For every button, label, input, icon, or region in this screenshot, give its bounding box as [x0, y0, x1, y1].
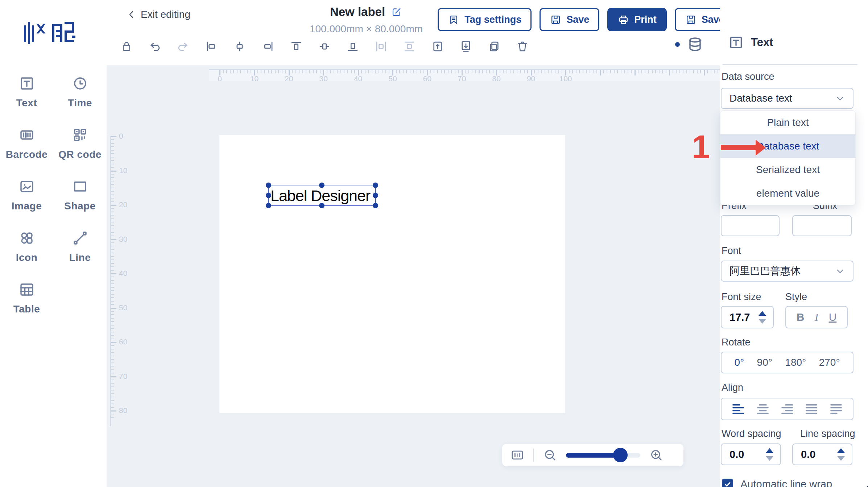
ruler-vertical: 01020304050607080: [110, 136, 132, 426]
data-source-select[interactable]: Database text: [721, 88, 853, 109]
font-size-stepper[interactable]: 17.7: [721, 306, 774, 328]
sidebar-item-shape[interactable]: Shape: [58, 178, 102, 212]
line-spacing-value: 0.0: [801, 449, 815, 461]
chevron-left-icon: [126, 9, 137, 20]
font-size-value: 17.7: [729, 311, 750, 323]
align-right-icon: [780, 401, 795, 417]
delete-button[interactable]: [516, 38, 529, 54]
send-to-back-button[interactable]: [459, 38, 473, 54]
divider: [723, 64, 857, 65]
align-top-button[interactable]: [289, 38, 303, 54]
style-group: B I U: [785, 306, 848, 328]
sidebar-item-text[interactable]: Text: [5, 75, 49, 109]
ruler-horizontal: 0102030405060708090100: [209, 69, 720, 81]
align-center-horizontal-button[interactable]: [233, 38, 247, 54]
step-up-icon[interactable]: [837, 448, 845, 453]
save-icon: [550, 14, 562, 26]
line-spacing-label: Line spacing: [800, 428, 855, 439]
zoom-slider-track[interactable]: [566, 453, 640, 458]
canvas-region: 0102030405060708090100 01020304050607080…: [107, 65, 720, 487]
blobs-icon: [18, 229, 36, 247]
text-align-center-button[interactable]: [755, 401, 770, 417]
data-source-hint: [675, 36, 704, 53]
zoom-control: [502, 444, 683, 466]
sidebar-item-table[interactable]: Table: [5, 281, 49, 315]
rotate-0-button[interactable]: 0°: [734, 357, 744, 368]
rotate-90-button[interactable]: 90°: [757, 357, 772, 368]
sidebar-item-image[interactable]: Image: [5, 178, 49, 212]
align-bottom-button[interactable]: [346, 38, 360, 54]
sidebar-item-icon[interactable]: Icon: [5, 229, 49, 263]
resize-handle-w[interactable]: [266, 193, 271, 198]
database-stack-icon[interactable]: [686, 36, 704, 53]
rotate-270-button[interactable]: 270°: [819, 357, 840, 368]
sidebar-item-qrcode[interactable]: QR code: [58, 126, 102, 160]
lock-button[interactable]: [120, 38, 133, 54]
sidebar-item-time[interactable]: Time: [58, 75, 102, 109]
selected-text-element[interactable]: Label Designer: [268, 185, 376, 206]
data-source-label: Data source: [722, 71, 774, 82]
exit-editing-button[interactable]: Exit editing: [126, 9, 190, 20]
menu-item-serialized-text[interactable]: Serialized text: [720, 158, 855, 181]
distribute-vertical-button[interactable]: [402, 38, 416, 54]
resize-handle-s[interactable]: [319, 203, 325, 208]
zoom-slider-thumb[interactable]: [613, 448, 628, 462]
step-up-icon[interactable]: [758, 311, 766, 316]
resize-handle-nw[interactable]: [266, 183, 271, 188]
document-title-block: New label 100.000mm × 80.000mm: [286, 5, 446, 35]
step-down-icon[interactable]: [837, 456, 845, 461]
align-left-button[interactable]: [204, 38, 218, 54]
italic-button[interactable]: I: [815, 311, 818, 323]
redo-button[interactable]: [176, 38, 190, 54]
rotate-180-button[interactable]: 180°: [785, 357, 806, 368]
resize-handle-ne[interactable]: [373, 183, 378, 188]
step-down-icon[interactable]: [765, 456, 774, 461]
bring-to-front-button[interactable]: [431, 38, 445, 54]
menu-item-element-value[interactable]: element value: [720, 181, 855, 205]
font-select[interactable]: 阿里巴巴普惠体: [721, 261, 853, 282]
resize-handle-se[interactable]: [373, 203, 378, 208]
resize-handle-e[interactable]: [373, 193, 378, 198]
menu-item-plain-text[interactable]: Plain text: [720, 111, 855, 134]
align-top-icon: [289, 40, 303, 53]
resize-handle-n[interactable]: [319, 183, 325, 188]
text-align-justify-left-button[interactable]: [828, 401, 844, 417]
align-middle-vertical-button[interactable]: [318, 38, 331, 54]
tag-settings-button[interactable]: Tag settings: [438, 8, 532, 31]
zoom-in-icon[interactable]: [649, 448, 664, 462]
step-down-icon[interactable]: [758, 319, 766, 324]
step-up-icon[interactable]: [765, 448, 774, 453]
distribute-horizontal-button[interactable]: [374, 38, 388, 54]
prefix-input[interactable]: [721, 215, 780, 236]
sidebar-item-label: Shape: [64, 200, 96, 212]
auto-wrap-checkbox[interactable]: [722, 479, 733, 487]
text-align-justify-button[interactable]: [804, 401, 819, 417]
word-spacing-stepper[interactable]: 0.0: [721, 443, 781, 465]
align-right-button[interactable]: [261, 38, 275, 54]
underline-button[interactable]: U: [829, 311, 837, 323]
align-right-icon: [261, 40, 275, 53]
tag-settings-label: Tag settings: [464, 14, 521, 25]
line-spacing-stepper[interactable]: 0.0: [792, 443, 852, 465]
resize-handle-sw[interactable]: [266, 203, 271, 208]
save-button[interactable]: Save: [540, 8, 599, 31]
text-align-right-button[interactable]: [780, 401, 795, 417]
align-left-icon: [204, 40, 218, 53]
ruler-label: 0: [119, 132, 123, 140]
sidebar-item-line[interactable]: Line: [58, 229, 102, 263]
duplicate-button[interactable]: [487, 38, 501, 54]
sidebar-item-barcode[interactable]: Barcode: [5, 126, 49, 160]
bold-button[interactable]: B: [797, 311, 805, 323]
label-canvas[interactable]: [219, 135, 565, 413]
text-align-left-button[interactable]: [731, 401, 746, 417]
suffix-input[interactable]: [792, 215, 852, 236]
sidebar-item-label: Table: [13, 303, 40, 315]
chevron-down-icon: [835, 266, 846, 277]
properties-panel: Text Data source Database text Prefix Su…: [720, 0, 868, 487]
fit-1:1-icon[interactable]: [510, 448, 525, 462]
zoom-out-icon[interactable]: [543, 448, 557, 462]
edit-title-icon[interactable]: [391, 6, 402, 18]
sidebar-item-label: Icon: [16, 252, 38, 263]
undo-button[interactable]: [148, 38, 162, 54]
print-button[interactable]: Print: [607, 8, 667, 31]
